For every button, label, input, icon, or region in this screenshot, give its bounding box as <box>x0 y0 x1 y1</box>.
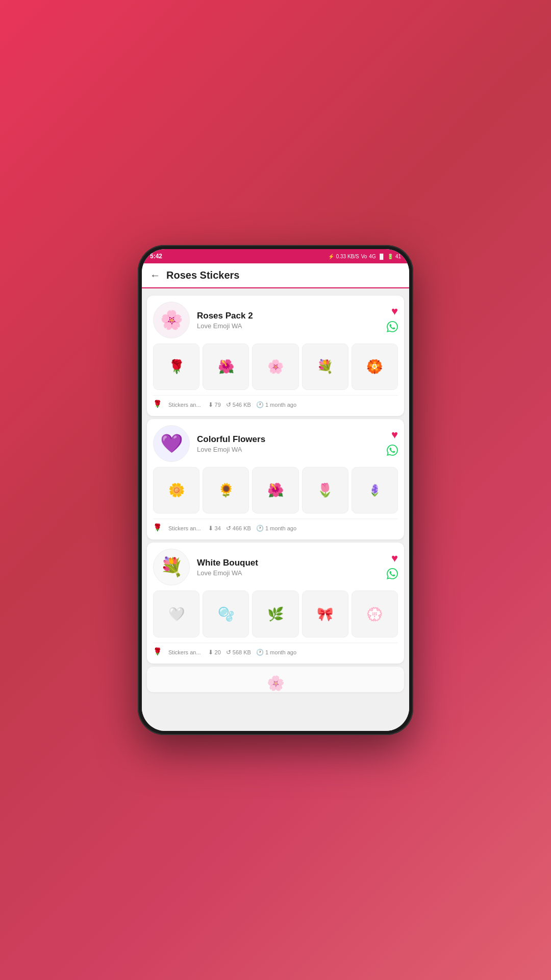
pack-info-3: White Bouquet Love Emoji WA <box>197 558 387 577</box>
footer-author-label-1: Stickers an... <box>168 402 201 408</box>
sticker-2-5[interactable]: 🪻 <box>352 467 398 513</box>
pack-footer-1: 🌹 Stickers an... ⬇ 79 ↺ 546 KB 🕐 1 month… <box>153 395 398 410</box>
pack-actions-2: ♥ <box>387 428 398 459</box>
sticker-2-3[interactable]: 🌺 <box>252 467 298 513</box>
sticker-3-1[interactable]: 🤍 <box>153 591 199 637</box>
top-bar: ← Roses Stickers <box>142 263 409 288</box>
footer-time-3: 🕐 1 month ago <box>256 649 296 656</box>
sticker-1-1[interactable]: 🌹 <box>153 344 199 390</box>
footer-size-2: ↺ 466 KB <box>226 525 251 532</box>
footer-size-3: ↺ 568 KB <box>226 649 251 656</box>
pack-info-1: Roses Pack 2 Love Emoji WA <box>197 311 387 330</box>
download-icon-3: ⬇ <box>208 649 213 656</box>
time-value-1: 1 month ago <box>265 402 296 408</box>
whatsapp-button-3[interactable] <box>387 568 398 582</box>
pack-card-1: 🌸 Roses Pack 2 Love Emoji WA ♥ <box>147 296 404 416</box>
pack-actions-1: ♥ <box>387 305 398 335</box>
clock-icon-1: 🕐 <box>256 401 264 408</box>
storage-icon-2: ↺ <box>226 525 231 532</box>
footer-author-label-3: Stickers an... <box>168 649 201 655</box>
download-count-1: 79 <box>215 402 221 408</box>
pack-thumbnail-3[interactable]: 💐 <box>153 549 190 585</box>
storage-icon-1: ↺ <box>226 401 231 408</box>
sticker-1-3[interactable]: 🌸 <box>252 344 298 390</box>
download-count-3: 20 <box>215 649 221 655</box>
time-value-3: 1 month ago <box>265 649 296 655</box>
pack-card-3: 💐 White Bouquet Love Emoji WA ♥ <box>147 543 404 663</box>
footer-author-label-2: Stickers an... <box>168 525 201 531</box>
pack-footer-3: 🌹 Stickers an... ⬇ 20 ↺ 568 KB 🕐 1 month… <box>153 643 398 657</box>
footer-avatar-3: 🌹 <box>153 647 163 657</box>
pack-thumbnail-1[interactable]: 🌸 <box>153 302 190 338</box>
sticker-3-2[interactable]: 🫧 <box>203 591 249 637</box>
sticker-3-5[interactable]: 💮 <box>352 591 398 637</box>
download-count-2: 34 <box>215 525 221 531</box>
sticker-2-1[interactable]: 🌼 <box>153 467 199 513</box>
clock-icon-3: 🕐 <box>256 649 264 656</box>
sticker-2-4[interactable]: 🌷 <box>302 467 348 513</box>
time-value-2: 1 month ago <box>265 525 296 531</box>
footer-avatar-1: 🌹 <box>153 400 163 410</box>
pack-card-4-peek: 🌸 <box>147 667 404 692</box>
sticker-1-4[interactable]: 💐 <box>302 344 348 390</box>
sticker-row-1: 🌹 🌺 🌸 💐 🏵️ <box>153 344 398 390</box>
footer-time-2: 🕐 1 month ago <box>256 525 296 532</box>
pack-footer-2: 🌹 Stickers an... ⬇ 34 ↺ 466 KB 🕐 1 month… <box>153 519 398 533</box>
pack-author-2: Love Emoji WA <box>197 446 387 453</box>
pack-info-2: Colorful Flowers Love Emoji WA <box>197 434 387 453</box>
status-bar: 5:42 ⚡ 0.33 KB/S Vo 4G ▐▌ 🔋 41 <box>142 249 409 263</box>
pack-thumbnail-2[interactable]: 💜 <box>153 425 190 462</box>
sticker-1-5[interactable]: 🏵️ <box>352 344 398 390</box>
sticker-row-2: 🌼 🌻 🌺 🌷 🪻 <box>153 467 398 513</box>
sticker-1-2[interactable]: 🌺 <box>203 344 249 390</box>
footer-size-1: ↺ 546 KB <box>226 401 251 408</box>
thumbnail-emoji-1: 🌸 <box>160 309 183 331</box>
phone-screen: 5:42 ⚡ 0.33 KB/S Vo 4G ▐▌ 🔋 41 ← Roses S… <box>142 249 409 731</box>
pack-card-2: 💜 Colorful Flowers Love Emoji WA ♥ <box>147 419 404 540</box>
sticker-3-4[interactable]: 🎀 <box>302 591 348 637</box>
page-title: Roses Stickers <box>166 270 239 281</box>
pack-name-2: Colorful Flowers <box>197 434 387 445</box>
back-button[interactable]: ← <box>150 270 160 281</box>
footer-downloads-3: ⬇ 20 <box>208 649 221 656</box>
pack-name-1: Roses Pack 2 <box>197 311 387 321</box>
size-value-3: 568 KB <box>233 649 251 655</box>
thumbnail-emoji-2: 💜 <box>160 433 183 454</box>
whatsapp-button-2[interactable] <box>387 445 398 459</box>
status-icons: ⚡ 0.33 KB/S Vo 4G ▐▌ 🔋 41 <box>328 254 401 259</box>
sticker-row-3: 🤍 🫧 🌿 🎀 💮 <box>153 591 398 637</box>
sticker-2-2[interactable]: 🌻 <box>203 467 249 513</box>
pack-author-1: Love Emoji WA <box>197 322 387 330</box>
storage-icon-3: ↺ <box>226 649 231 656</box>
footer-avatar-2: 🌹 <box>153 523 163 533</box>
pack-header-1: 🌸 Roses Pack 2 Love Emoji WA ♥ <box>153 302 398 338</box>
footer-time-1: 🕐 1 month ago <box>256 401 296 408</box>
bluetooth-icon: ⚡ <box>328 254 334 259</box>
footer-downloads-1: ⬇ 79 <box>208 401 221 408</box>
size-value-1: 546 KB <box>233 402 251 408</box>
pack-actions-3: ♥ <box>387 552 398 582</box>
sticker-3-3[interactable]: 🌿 <box>252 591 298 637</box>
clock-icon-2: 🕐 <box>256 525 264 532</box>
phone-frame: 5:42 ⚡ 0.33 KB/S Vo 4G ▐▌ 🔋 41 ← Roses S… <box>138 245 413 735</box>
network-speed: 0.33 KB/S <box>336 254 359 259</box>
heart-button-1[interactable]: ♥ <box>391 305 398 318</box>
heart-button-3[interactable]: ♥ <box>391 552 398 565</box>
whatsapp-button-1[interactable] <box>387 321 398 335</box>
signal-4g: 4G <box>369 254 375 259</box>
content-area: 🌸 Roses Pack 2 Love Emoji WA ♥ <box>142 288 409 731</box>
heart-button-2[interactable]: ♥ <box>391 428 398 442</box>
battery-icon: 🔋 <box>387 254 393 259</box>
pack-header-2: 💜 Colorful Flowers Love Emoji WA ♥ <box>153 425 398 462</box>
battery-level: 41 <box>395 254 401 259</box>
download-icon-2: ⬇ <box>208 525 213 532</box>
pack-header-3: 💐 White Bouquet Love Emoji WA ♥ <box>153 549 398 585</box>
thumbnail-emoji-3: 💐 <box>160 556 183 578</box>
pack-name-3: White Bouquet <box>197 558 387 568</box>
signal-bars: ▐▌ <box>378 254 385 259</box>
carrier-icon: Vo <box>361 254 367 259</box>
pack-author-3: Love Emoji WA <box>197 569 387 577</box>
size-value-2: 466 KB <box>233 525 251 531</box>
footer-downloads-2: ⬇ 34 <box>208 525 221 532</box>
status-time: 5:42 <box>150 253 162 260</box>
